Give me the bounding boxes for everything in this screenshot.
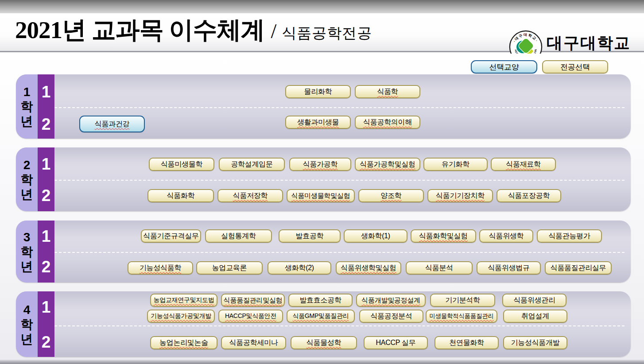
course-label: 식품공정분석 xyxy=(370,312,412,321)
course-box[interactable]: 생화학(2) xyxy=(268,261,331,275)
course-box[interactable]: 식품공학의이해 xyxy=(355,116,420,129)
course-box[interactable]: 식품화학및실험 xyxy=(411,229,476,243)
course-box[interactable]: 식품저장학 xyxy=(217,189,283,202)
year-label-1: 1학년 xyxy=(16,74,38,139)
course-box[interactable]: 식품품질관리및실험 xyxy=(221,294,285,307)
course-box[interactable]: 물리화학 xyxy=(285,85,351,98)
semester-number: 2 xyxy=(38,115,54,134)
year-label-char: 학 xyxy=(21,317,33,332)
year-panel-3: 3학년1식품기준규격실무실험통계학발효공학생화학(1)식품화학및실험식품위생학식… xyxy=(16,221,631,283)
course-label: 생활과미생물 xyxy=(297,118,339,127)
legend-major-label: 전공선택 xyxy=(560,62,590,72)
course-label: 식품가공학및실험 xyxy=(360,160,415,169)
course-box[interactable]: HACCP및식품안전 xyxy=(218,310,283,323)
course-label: 식품개발및공정설계 xyxy=(361,296,420,305)
course-box[interactable]: 식품품질관리실무 xyxy=(545,261,612,275)
course-label: 식품공학세미나 xyxy=(229,338,278,348)
legend-elective-label: 선택교양 xyxy=(489,62,519,72)
course-box[interactable]: 식품기준규격실무 xyxy=(141,229,201,243)
course-box[interactable]: 농업교육론 xyxy=(196,261,263,275)
course-label: 양조학 xyxy=(380,191,401,201)
semester-number: 2 xyxy=(38,186,54,205)
course-box[interactable]: 실험통계학 xyxy=(205,229,272,243)
course-box[interactable]: 생활과미생물 xyxy=(285,116,351,129)
course-box[interactable]: 발효공학 xyxy=(279,229,341,243)
course-label: HACCP 실무 xyxy=(376,338,416,348)
course-label: HACCP및식품안전 xyxy=(225,312,276,320)
course-box[interactable]: HACCP 실무 xyxy=(364,336,428,349)
course-box[interactable]: 기능성식품학 xyxy=(128,261,193,275)
semester-number: 1 xyxy=(38,298,54,317)
course-box[interactable]: 농업교재연구및지도법 xyxy=(150,294,217,307)
course-label: 기능성식품개발 xyxy=(511,338,560,348)
course-box[interactable]: 천연물화학 xyxy=(435,336,499,349)
course-label: 식품화학 xyxy=(167,191,195,201)
course-label: 농업논리및논술 xyxy=(159,338,208,348)
course-label: 기능성식품가공및개발 xyxy=(151,312,211,320)
course-box[interactable]: 농업논리및논술 xyxy=(150,336,217,349)
course-label: 식품분석 xyxy=(425,263,453,273)
course-box[interactable]: 식품학 xyxy=(355,85,420,98)
course-box[interactable]: 식품가공학및실험 xyxy=(355,158,420,171)
course-box[interactable]: 기기분석학 xyxy=(430,294,495,307)
course-box[interactable]: 발효효소공학 xyxy=(288,294,353,307)
course-box[interactable]: 식품위생법규 xyxy=(477,261,541,275)
course-box[interactable]: 식품개발및공정설계 xyxy=(356,294,426,307)
course-label: 농업교재연구및지도법 xyxy=(153,296,214,304)
legend-elective-button[interactable]: 선택교양 xyxy=(471,60,537,74)
course-box[interactable]: 유기화학 xyxy=(423,158,488,171)
course-box[interactable]: 식품물성학 xyxy=(291,336,357,349)
course-box[interactable]: 식품공학세미나 xyxy=(221,336,286,349)
course-label: 식품공학의이해 xyxy=(363,118,412,127)
course-box[interactable]: 공학설계입문 xyxy=(219,158,285,171)
course-box[interactable]: 미생물학적식품품질관리 xyxy=(426,310,497,323)
year-label-char: 2 xyxy=(23,158,31,172)
semester-divider-dashed-line xyxy=(54,107,625,108)
course-label: 식품미생물학및실험 xyxy=(291,192,350,200)
course-box[interactable]: 식품미생물학 xyxy=(149,158,214,171)
course-box[interactable]: 양조학 xyxy=(358,189,424,202)
course-box[interactable]: 식품위생학 xyxy=(479,229,533,243)
course-label: 식품위생학 xyxy=(489,232,524,241)
course-label: 식품GMP및품질관리 xyxy=(293,312,349,320)
curriculum-slide: 2021년 교과목 이수체계 / 식품공학전공 ·대구대학교· DAEGU UN… xyxy=(0,0,644,364)
course-label: 식품위생관리 xyxy=(513,296,555,305)
course-label: 천연물화학 xyxy=(449,338,484,348)
course-label: 발효공학 xyxy=(296,232,324,241)
year-label-char: 년 xyxy=(21,114,33,128)
course-box[interactable]: 식품관능평가 xyxy=(537,229,602,243)
course-box[interactable]: 취업설계 xyxy=(503,310,567,323)
year-panel-1: 1학년1물리화학식품학2식품과건강생활과미생물식품공학의이해 xyxy=(16,74,631,139)
course-box[interactable]: 식품포장공학 xyxy=(497,189,561,202)
semester-divider-dashed-line xyxy=(54,180,625,181)
course-box[interactable]: 기능성식품개발 xyxy=(503,336,567,349)
course-box[interactable]: 식품분석 xyxy=(406,261,473,275)
year-label-char: 학 xyxy=(21,172,33,187)
course-label: 기능성식품학 xyxy=(140,263,181,273)
legend-major-button[interactable]: 전공선택 xyxy=(542,60,608,74)
course-box[interactable]: 식품과건강 xyxy=(79,116,145,132)
course-box[interactable]: 식품위생학및실험 xyxy=(336,261,401,275)
semester-number: 2 xyxy=(38,258,54,276)
course-box[interactable]: 식품기기장치학 xyxy=(427,189,493,202)
course-label: 식품기준규격실무 xyxy=(143,232,199,241)
course-label: 식품위생학및실험 xyxy=(341,263,396,273)
course-label: 식품과건강 xyxy=(95,120,130,129)
semester-divider-dashed-line xyxy=(54,325,625,326)
course-box[interactable]: 생화학(1) xyxy=(344,229,407,243)
course-box[interactable]: 식품GMP및품질관리 xyxy=(287,310,355,323)
course-box[interactable]: 식품가공학 xyxy=(289,158,351,171)
course-label: 미생물학적식품품질관리 xyxy=(429,312,493,320)
year-label-char: 년 xyxy=(21,259,33,274)
year-panel-4: 4학년1농업교재연구및지도법식품품질관리및실험발효효소공학식품개발및공정설계기기… xyxy=(16,291,631,357)
course-label: 식품화학및실험 xyxy=(419,232,468,241)
course-box[interactable]: 식품위생관리 xyxy=(502,294,566,307)
course-label: 식품미생물학 xyxy=(161,160,202,169)
course-box[interactable]: 식품재료학 xyxy=(491,158,556,171)
course-box[interactable]: 식품공정분석 xyxy=(359,310,423,323)
course-box[interactable]: 식품화학 xyxy=(147,189,214,202)
course-box[interactable]: 식품미생물학및실험 xyxy=(287,189,355,202)
year-label-char: 년 xyxy=(21,332,33,346)
course-box[interactable]: 기능성식품가공및개발 xyxy=(147,310,215,323)
semester-number: 2 xyxy=(38,333,54,352)
